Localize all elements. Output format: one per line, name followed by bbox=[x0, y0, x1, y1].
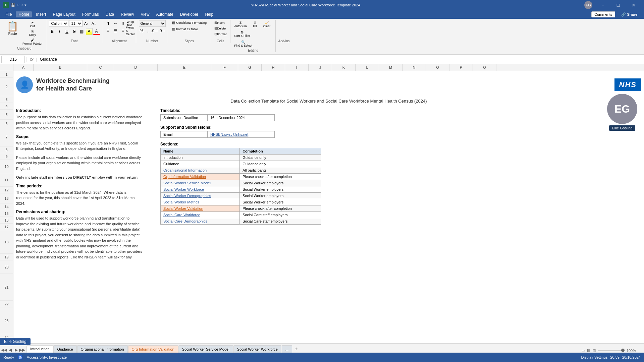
section-link[interactable]: Social Worker Service Model bbox=[163, 181, 211, 185]
font-size-select[interactable]: 11 bbox=[69, 20, 83, 27]
copy-button[interactable]: ⎘ Copy bbox=[21, 29, 44, 37]
tab-social-worker-service-model[interactable]: Social Worker Service Model bbox=[178, 345, 233, 353]
display-settings-button[interactable]: Display Settings bbox=[581, 355, 608, 359]
section-link[interactable]: Social Worker Demographics bbox=[163, 194, 211, 198]
clear-button[interactable]: 🧹 Clear bbox=[262, 20, 272, 28]
section-link[interactable]: Social Worker Validation bbox=[163, 206, 203, 210]
section-link[interactable]: Org Information Validation bbox=[163, 175, 206, 179]
cells-pane[interactable]: 👤 Workforce Benchmarkingfor Health and C… bbox=[13, 71, 644, 352]
font-name-select[interactable]: Calibri bbox=[49, 20, 68, 27]
section-name-cell[interactable]: Social Worker Demographics bbox=[161, 193, 240, 199]
italic-button[interactable]: I bbox=[56, 28, 63, 35]
section-name-cell[interactable]: Social Worker Workforce bbox=[161, 186, 240, 193]
view-page-layout-button[interactable]: ▤ bbox=[587, 348, 590, 353]
underline-button[interactable]: U bbox=[64, 28, 70, 35]
section-name-cell[interactable]: Social Care Workforce bbox=[161, 212, 240, 218]
menu-help[interactable]: Help bbox=[202, 11, 216, 17]
add-sheet-button[interactable]: + bbox=[292, 345, 300, 353]
font-color-button[interactable]: A bbox=[93, 28, 100, 35]
merge-center-button[interactable]: Merge & Center bbox=[127, 27, 134, 34]
section-name-cell[interactable]: Social Worker Metrics bbox=[161, 199, 240, 205]
email-value[interactable]: NHSBN.swsc@nhs.net bbox=[208, 131, 275, 138]
align-bottom-button[interactable]: ⬇ bbox=[120, 20, 126, 27]
decrease-font-button[interactable]: A↓ bbox=[91, 20, 97, 27]
increase-decimal-button[interactable]: .0→ bbox=[152, 27, 158, 34]
sort-filter-button[interactable]: ⇅ Sort & Filter bbox=[233, 30, 252, 38]
menu-file[interactable]: File bbox=[3, 11, 14, 17]
view-page-break-button[interactable]: ▥ bbox=[592, 348, 596, 353]
align-center-button[interactable]: ☰ bbox=[112, 27, 119, 34]
tab-org-information-validation[interactable]: Org Information Validation bbox=[128, 345, 178, 353]
fill-button[interactable]: ⬇ Fill bbox=[250, 20, 260, 28]
section-link[interactable]: Social Care Demographics bbox=[163, 219, 207, 223]
menu-insert[interactable]: Insert bbox=[33, 11, 49, 17]
tab-first-button[interactable]: ◀◀ bbox=[1, 347, 7, 353]
email-link[interactable]: NHSBN.swsc@nhs.net bbox=[210, 132, 248, 136]
number-format-select[interactable]: General bbox=[139, 20, 166, 27]
tab-introduction[interactable]: Introduction bbox=[26, 345, 53, 353]
tab-prev-button[interactable]: ◀ bbox=[7, 347, 13, 353]
section-link[interactable]: Social Care Workforce bbox=[163, 213, 200, 217]
tab-next-button[interactable]: ▶ bbox=[13, 347, 19, 353]
tab-last-button[interactable]: ▶▶ bbox=[19, 347, 25, 353]
menu-review[interactable]: Review bbox=[118, 11, 137, 17]
tab-guidance[interactable]: Guidance bbox=[53, 345, 76, 353]
section-name-cell[interactable]: Social Worker Service Model bbox=[161, 180, 240, 186]
comma-button[interactable]: , bbox=[145, 27, 151, 34]
format-button[interactable]: ⊡ Format bbox=[213, 32, 228, 37]
border-button[interactable]: ▦ bbox=[78, 28, 85, 35]
section-name-cell[interactable]: Org Information Validation bbox=[161, 174, 240, 180]
percent-button[interactable]: % bbox=[139, 27, 145, 34]
zoom-slider[interactable] bbox=[598, 350, 625, 351]
strikethrough-button[interactable]: S bbox=[71, 28, 78, 35]
row-8: 8 bbox=[0, 146, 13, 153]
cut-button[interactable]: ✂ Cut bbox=[21, 20, 44, 28]
menu-home[interactable]: Home bbox=[16, 11, 32, 17]
align-right-button[interactable]: ≡ bbox=[120, 27, 126, 34]
zoom-slider-thumb[interactable] bbox=[621, 349, 625, 352]
paste-button[interactable]: 📋 Paste bbox=[5, 20, 20, 36]
bold-button[interactable]: B bbox=[49, 28, 56, 35]
conditional-formatting-button[interactable]: ▤ Conditional Formatting bbox=[171, 20, 208, 25]
tab-social-worker-workforce[interactable]: Social Worker Workforce bbox=[233, 345, 281, 353]
formula-input[interactable] bbox=[39, 56, 643, 63]
window-controls[interactable]: − □ ✕ bbox=[595, 0, 641, 10]
section-name-cell[interactable]: Organisational Information bbox=[161, 167, 240, 174]
tab-more[interactable]: ... bbox=[282, 345, 292, 353]
user-avatar[interactable]: EG bbox=[607, 94, 637, 124]
align-top-button[interactable]: ⬆ bbox=[105, 20, 112, 27]
menu-formulas[interactable]: Formulas bbox=[79, 11, 102, 17]
align-middle-button[interactable]: ↔ bbox=[112, 20, 119, 27]
maximize-button[interactable]: □ bbox=[610, 0, 626, 10]
accessibility-status[interactable]: Accessibility: Investigate bbox=[27, 355, 67, 359]
format-painter-button[interactable]: 🖌 Format Painter bbox=[21, 38, 44, 46]
align-left-button[interactable]: ≡ bbox=[105, 27, 112, 34]
view-normal-button[interactable]: ▭ bbox=[582, 348, 585, 353]
section-link[interactable]: Organisational Information bbox=[163, 168, 207, 172]
menu-view[interactable]: View bbox=[138, 11, 152, 17]
fill-color-button[interactable]: A bbox=[86, 28, 93, 35]
menu-data[interactable]: Data bbox=[103, 11, 117, 17]
tab-organisational-information[interactable]: Organisational Information bbox=[77, 345, 128, 353]
comments-button[interactable]: Comments bbox=[591, 11, 615, 17]
increase-font-button[interactable]: A↑ bbox=[83, 20, 90, 27]
section-link[interactable]: Social Worker Workforce bbox=[163, 187, 204, 191]
menu-developer[interactable]: Developer bbox=[177, 11, 201, 17]
menu-automate[interactable]: Automate bbox=[153, 11, 176, 17]
minimize-button[interactable]: − bbox=[595, 0, 610, 10]
section-name-cell[interactable]: Social Care Demographics bbox=[161, 218, 240, 225]
tab-navigation[interactable]: ◀◀ ◀ ▶ ▶▶ bbox=[1, 347, 25, 353]
share-button[interactable]: 🔗 Share bbox=[617, 11, 641, 18]
user-avatar-small[interactable]: EG bbox=[584, 1, 592, 9]
decrease-decimal-button[interactable]: .0← bbox=[159, 27, 166, 34]
format-as-table-button[interactable]: ▦ Format as Table bbox=[171, 26, 208, 32]
close-button[interactable]: ✕ bbox=[626, 0, 641, 10]
menu-page-layout[interactable]: Page Layout bbox=[50, 11, 78, 17]
section-link[interactable]: Social Worker Metrics bbox=[163, 200, 199, 204]
find-select-button[interactable]: 🔍 Find & Select bbox=[233, 40, 254, 48]
insert-button[interactable]: ⊞ Insert bbox=[213, 20, 228, 25]
autosum-button[interactable]: Σ AutoSum bbox=[233, 20, 248, 28]
delete-button[interactable]: ⊟ Delete bbox=[213, 26, 228, 31]
section-name-cell[interactable]: Social Worker Validation bbox=[161, 205, 240, 212]
cell-reference-box[interactable] bbox=[1, 56, 25, 63]
